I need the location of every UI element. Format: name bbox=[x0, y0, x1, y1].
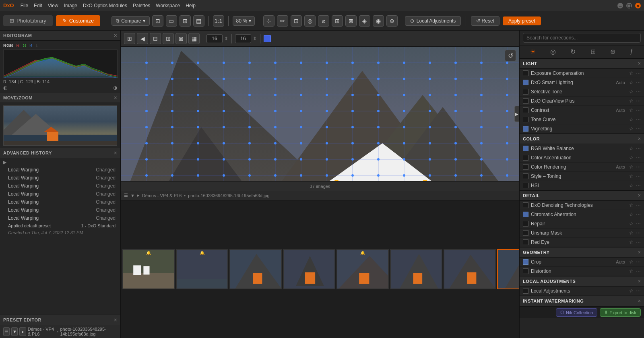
exposure-compensation-star[interactable]: ☆ bbox=[629, 70, 634, 76]
light-section-header[interactable]: LIGHT × bbox=[520, 58, 644, 69]
histogram-channel-rgb[interactable]: RGB bbox=[3, 43, 13, 48]
red-eye-checkbox[interactable] bbox=[523, 239, 528, 245]
split-view-button[interactable]: ▭ bbox=[166, 15, 177, 27]
grid-layout-1[interactable]: ⊟ bbox=[150, 33, 161, 44]
red-eye-menu[interactable]: ⋯ bbox=[636, 239, 641, 245]
movezoom-thumbnail[interactable] bbox=[3, 105, 117, 146]
nik-collection-button[interactable]: ⬡ Nik Collection bbox=[556, 308, 597, 317]
color-rendering-checkbox[interactable] bbox=[523, 164, 528, 170]
preset-menu-button[interactable]: ☰ bbox=[3, 327, 10, 336]
exposure-compensation-menu[interactable]: ⋯ bbox=[636, 70, 641, 76]
unsharp-mask-menu[interactable]: ⋯ bbox=[636, 230, 641, 236]
style-toning-checkbox[interactable] bbox=[523, 173, 528, 179]
repair-checkbox[interactable] bbox=[523, 221, 528, 227]
grid-rows-input[interactable] bbox=[206, 34, 223, 43]
hsl-checkbox[interactable] bbox=[523, 183, 528, 188]
geometry-adjustments-icon[interactable]: ⊞ bbox=[590, 48, 596, 56]
local-adjustments-section-header[interactable]: LOCAL ADJUSTMENTS × bbox=[520, 276, 644, 286]
grid-cols-input[interactable] bbox=[235, 34, 251, 43]
history-item[interactable]: Local Warping Changed bbox=[0, 214, 120, 222]
menu-image[interactable]: Image bbox=[64, 3, 77, 8]
distortion-checkbox[interactable] bbox=[523, 268, 528, 274]
style-toning-menu[interactable]: ⋯ bbox=[636, 173, 641, 179]
crop-star[interactable]: ☆ bbox=[629, 259, 634, 265]
filmstrip-thumb-7[interactable] bbox=[444, 249, 496, 289]
red-eye-star[interactable]: ☆ bbox=[629, 239, 634, 245]
rgb-wb-star[interactable]: ☆ bbox=[629, 146, 634, 151]
repair-star[interactable]: ☆ bbox=[629, 221, 634, 227]
smart-lighting-checkbox[interactable] bbox=[523, 80, 528, 85]
chromatic-aberration-star[interactable]: ☆ bbox=[629, 212, 634, 217]
warp-clone-tool[interactable]: ◈ bbox=[359, 15, 370, 27]
local-adjustments-menu[interactable]: ⋯ bbox=[636, 288, 641, 294]
hsl-star[interactable]: ☆ bbox=[629, 183, 634, 188]
color-section-header[interactable]: COLOR × bbox=[520, 134, 644, 144]
menu-palettes[interactable]: Palettes bbox=[133, 3, 150, 8]
menu-dxo-optics[interactable]: DxO Optics Modules bbox=[83, 3, 127, 8]
histogram-close-button[interactable]: × bbox=[114, 32, 117, 39]
history-item[interactable]: Local Warping Changed bbox=[0, 206, 120, 214]
grid-layout-2[interactable]: ⊞ bbox=[163, 33, 174, 44]
warp-lasso-tool[interactable]: ◎ bbox=[304, 15, 316, 27]
tone-curve-checkbox[interactable] bbox=[523, 117, 528, 122]
grid-layout-3[interactable]: ⊠ bbox=[175, 33, 187, 44]
ratio-button[interactable]: 1:1 bbox=[213, 15, 224, 27]
contrast-checkbox[interactable] bbox=[523, 107, 528, 113]
filmstrip-thumb-2[interactable]: 🔔 bbox=[176, 249, 228, 289]
canvas-main[interactable]: ↺ ▶ bbox=[121, 47, 519, 181]
warp-brush-tool[interactable]: ⌀ bbox=[318, 15, 329, 27]
color-accentuation-star[interactable]: ☆ bbox=[629, 155, 634, 161]
warp-pen-tool[interactable]: ✏ bbox=[277, 15, 288, 27]
crop-menu[interactable]: ⋯ bbox=[636, 259, 641, 265]
filmstrip-thumb-6[interactable] bbox=[390, 249, 442, 289]
style-toning-star[interactable]: ☆ bbox=[629, 173, 634, 179]
contrast-menu[interactable]: ⋯ bbox=[636, 107, 641, 113]
menu-workspace[interactable]: Workspace bbox=[156, 3, 180, 8]
denoising-checkbox[interactable] bbox=[523, 202, 528, 208]
history-item[interactable]: Local Warping Changed bbox=[0, 166, 120, 174]
light-adjustments-icon[interactable]: ☀ bbox=[530, 48, 536, 56]
history-item[interactable]: Local Warping Changed bbox=[0, 182, 120, 190]
color-accentuation-checkbox[interactable] bbox=[523, 155, 528, 161]
zoom-control[interactable]: 80 % ▾ bbox=[233, 16, 255, 26]
selective-tone-star[interactable]: ☆ bbox=[629, 89, 634, 95]
local-adjustments-button[interactable]: ⊙ Local Adjustments bbox=[405, 16, 461, 26]
history-expand-button[interactable]: ▶ bbox=[0, 159, 120, 166]
grid-layout-4[interactable]: ▦ bbox=[188, 33, 200, 44]
movezoom-close-button[interactable]: × bbox=[114, 95, 117, 101]
highlight-warning-icon[interactable]: ◑ bbox=[113, 85, 117, 91]
corrections-search-input[interactable] bbox=[523, 33, 641, 43]
compare-button[interactable]: ⧉ Compare ▾ bbox=[111, 16, 149, 26]
instant-watermarking-section-header[interactable]: INSTANT WATERMARKING × bbox=[520, 296, 644, 306]
rgb-wb-checkbox[interactable] bbox=[523, 146, 528, 151]
detail-adjustments-icon[interactable]: ↻ bbox=[570, 48, 576, 56]
history-close-button[interactable]: × bbox=[114, 150, 117, 156]
menu-help[interactable]: Help bbox=[186, 3, 196, 8]
shadow-warning-icon[interactable]: ◐ bbox=[3, 85, 7, 91]
geometry-section-close[interactable]: × bbox=[638, 249, 641, 255]
filmstrip-thumb-1[interactable]: 🔔 bbox=[122, 249, 175, 289]
contrast-star[interactable]: ☆ bbox=[629, 107, 634, 113]
histogram-channel-g[interactable]: G bbox=[23, 43, 26, 48]
history-item[interactable]: Local Warping Changed bbox=[0, 198, 120, 206]
chromatic-aberration-menu[interactable]: ⋯ bbox=[636, 212, 641, 217]
histogram-channel-r[interactable]: R bbox=[16, 43, 19, 48]
chromatic-aberration-checkbox[interactable] bbox=[523, 212, 528, 217]
detail-section-header[interactable]: DETAIL × bbox=[520, 190, 644, 201]
repair-menu[interactable]: ⋯ bbox=[636, 221, 641, 227]
rgb-wb-menu[interactable]: ⋯ bbox=[636, 146, 641, 151]
warp-transform-tool[interactable]: ⊠ bbox=[345, 15, 357, 27]
vignetting-star[interactable]: ☆ bbox=[629, 126, 634, 132]
hsl-menu[interactable]: ⋯ bbox=[636, 183, 641, 188]
local-adjustments-icon[interactable]: ⊕ bbox=[610, 48, 615, 56]
histogram-channel-b[interactable]: B bbox=[29, 43, 32, 48]
local-adjustments-checkbox[interactable] bbox=[523, 288, 528, 294]
color-adjustments-icon[interactable]: ◎ bbox=[550, 48, 556, 56]
warp-select-tool[interactable]: ⊹ bbox=[263, 15, 275, 27]
smart-lighting-menu[interactable]: ⋯ bbox=[636, 80, 641, 85]
histogram-channel-l[interactable]: L bbox=[35, 43, 38, 48]
vignetting-menu[interactable]: ⋯ bbox=[636, 126, 641, 132]
single-view-button[interactable]: ⊡ bbox=[152, 15, 163, 27]
apply-preset-button[interactable]: Apply preset bbox=[503, 16, 541, 25]
grid-color-swatch[interactable] bbox=[264, 35, 271, 42]
